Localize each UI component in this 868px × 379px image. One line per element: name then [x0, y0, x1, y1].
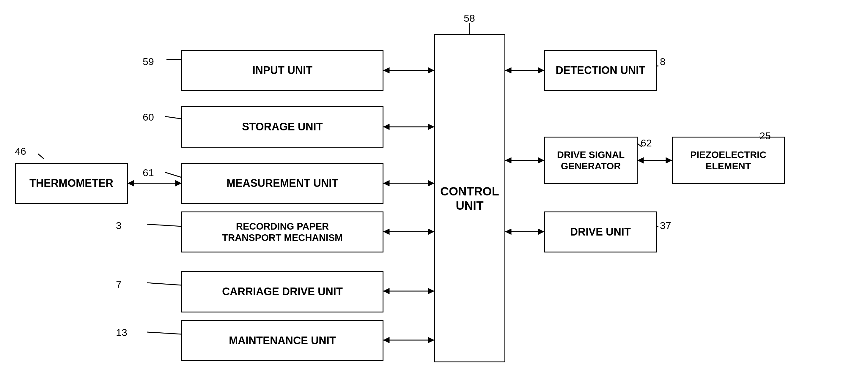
input-unit-block: INPUT UNIT [181, 50, 383, 91]
svg-marker-2 [428, 67, 434, 73]
svg-marker-28 [638, 158, 644, 163]
ref-13: 13 [116, 327, 127, 338]
svg-line-43 [38, 154, 44, 159]
ref-8: 8 [660, 56, 665, 67]
diagram: CONTROLUNIT INPUT UNIT STORAGE UNIT MEAS… [0, 0, 868, 379]
ref-37: 37 [660, 220, 671, 231]
thermometer-label: THERMOMETER [29, 177, 113, 190]
ref-58: 58 [464, 12, 475, 24]
svg-line-37 [147, 283, 181, 285]
svg-marker-17 [428, 337, 434, 343]
ref-3: 3 [116, 220, 122, 231]
svg-marker-8 [428, 180, 434, 186]
svg-marker-25 [505, 229, 511, 235]
storage-unit-block: STORAGE UNIT [181, 106, 383, 148]
ref-25: 25 [760, 130, 771, 142]
svg-marker-10 [383, 229, 390, 235]
recording-paper-block: RECORDING PAPERTRANSPORT MECHANISM [181, 211, 383, 252]
svg-marker-1 [383, 67, 390, 73]
ref-61: 61 [143, 167, 154, 178]
svg-line-36 [147, 224, 181, 226]
ref-59: 59 [143, 56, 154, 67]
svg-marker-5 [383, 124, 390, 130]
ref-7: 7 [116, 279, 122, 290]
ref-60: 60 [143, 111, 154, 123]
detection-unit-block: DETECTION UNIT [544, 50, 657, 91]
recording-paper-label: RECORDING PAPERTRANSPORT MECHANISM [222, 221, 342, 244]
drive-signal-label: DRIVE SIGNALGENERATOR [557, 149, 625, 172]
svg-marker-22 [505, 158, 511, 163]
piezoelectric-label: PIEZOELECTRICELEMENT [690, 149, 766, 172]
measurement-unit-block: MEASUREMENT UNIT [181, 163, 383, 204]
piezoelectric-block: PIEZOELECTRICELEMENT [672, 137, 785, 184]
svg-marker-29 [666, 158, 672, 163]
thermometer-block: THERMOMETER [15, 163, 128, 204]
carriage-drive-block: CARRIAGE DRIVE UNIT [181, 271, 383, 312]
svg-line-38 [147, 332, 181, 334]
svg-marker-14 [428, 288, 434, 294]
storage-unit-label: STORAGE UNIT [242, 120, 322, 133]
svg-marker-19 [505, 67, 511, 73]
carriage-drive-label: CARRIAGE DRIVE UNIT [222, 285, 343, 298]
maintenance-unit-label: MAINTENANCE UNIT [229, 334, 336, 347]
input-unit-label: INPUT UNIT [252, 64, 312, 77]
svg-marker-23 [538, 158, 544, 163]
ref-46: 46 [15, 145, 26, 157]
control-unit-label: CONTROLUNIT [440, 184, 499, 213]
svg-line-35 [165, 172, 181, 177]
ref-62: 62 [641, 137, 652, 149]
drive-unit-label: DRIVE UNIT [570, 226, 631, 238]
svg-marker-32 [128, 180, 134, 186]
svg-marker-13 [383, 288, 390, 294]
svg-marker-7 [383, 180, 390, 186]
svg-marker-26 [538, 229, 544, 235]
svg-line-34 [165, 116, 181, 119]
svg-marker-31 [175, 180, 181, 186]
detection-unit-label: DETECTION UNIT [556, 64, 645, 77]
maintenance-unit-block: MAINTENANCE UNIT [181, 320, 383, 361]
svg-marker-20 [538, 67, 544, 73]
svg-marker-4 [428, 124, 434, 130]
drive-unit-block: DRIVE UNIT [544, 211, 657, 252]
measurement-unit-label: MEASUREMENT UNIT [226, 177, 338, 190]
svg-marker-11 [428, 229, 434, 235]
drive-signal-block: DRIVE SIGNALGENERATOR [544, 137, 638, 184]
svg-marker-16 [383, 337, 390, 343]
control-unit-block: CONTROLUNIT [434, 34, 505, 363]
